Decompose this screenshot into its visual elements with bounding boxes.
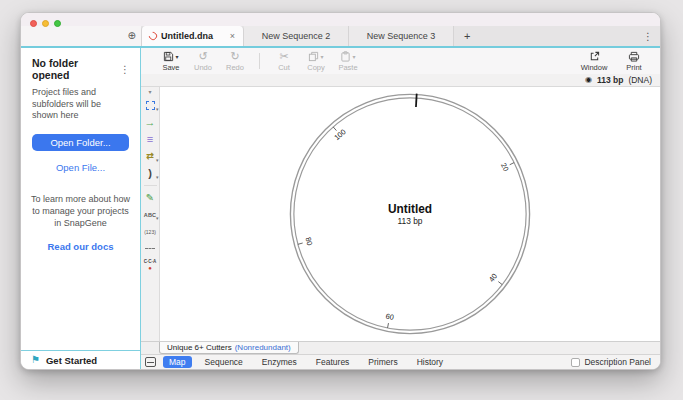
redo-button[interactable]: ↻ Redo — [219, 51, 251, 72]
enzyme-set-label: Unique 6+ Cutters — [167, 343, 232, 352]
new-window-icon — [589, 51, 600, 63]
toolbar-separator — [259, 53, 260, 69]
dna-document-icon — [147, 30, 158, 41]
add-feature-tool-button[interactable]: → — [142, 115, 159, 130]
tab-label: Untitled.dna — [161, 31, 225, 41]
primers-tool-button[interactable]: ⇄ ▾ — [142, 149, 159, 164]
numbering-tool-button[interactable]: (123) — [142, 224, 159, 239]
codon-tool-button[interactable]: C·C·A ● — [142, 258, 159, 273]
tab-untitled-dna[interactable]: Untitled.dna × — [141, 26, 244, 46]
tab-features[interactable]: Features — [310, 356, 356, 368]
globe-icon[interactable]: ⊕ — [128, 31, 136, 41]
tab-map[interactable]: Map — [163, 356, 192, 368]
abc-icon: ABC — [144, 212, 157, 218]
svg-text:113 bp: 113 bp — [397, 216, 422, 226]
description-panel-label: Description Panel — [584, 357, 651, 367]
numbering-icon: (123) — [144, 229, 156, 235]
new-tab-button[interactable]: + — [454, 26, 480, 46]
window-button[interactable]: Window — [578, 51, 610, 72]
map-options-icon[interactable]: ◉ — [585, 76, 592, 84]
plasmid-map-canvas[interactable]: 20406080100Untitled113 bp — [160, 87, 660, 341]
strip-collapse-icon[interactable]: ▾ — [148, 89, 151, 95]
sidebar-menu-icon[interactable]: ⋮ — [118, 64, 132, 75]
paste-button[interactable]: ▾ Paste — [332, 51, 364, 72]
tab-new-sequence-2[interactable]: New Sequence 2 — [244, 26, 349, 46]
svg-text:Untitled: Untitled — [388, 202, 432, 216]
zoom-window-button[interactable] — [54, 20, 61, 27]
desktop: { "colors": { "accent_teal": "#74ccdd", … — [0, 0, 683, 400]
alignment-tool-button[interactable]: ≡ — [142, 132, 159, 147]
tab-primers[interactable]: Primers — [362, 356, 403, 368]
close-tab-icon[interactable]: × — [229, 31, 236, 41]
close-window-button[interactable] — [30, 20, 37, 27]
minimize-window-button[interactable] — [42, 20, 49, 27]
tab-history[interactable]: History — [411, 356, 449, 368]
arc-icon: ) — [148, 168, 152, 179]
tab-enzymes[interactable]: Enzymes — [256, 356, 303, 368]
selection-tool-button[interactable]: ▾ — [142, 98, 159, 113]
tab-bar-left-pane: ⊕ — [21, 26, 141, 46]
copy-icon — [308, 51, 319, 62]
sequence-length: 113 bp — [597, 75, 623, 85]
description-panel-checkbox[interactable] — [571, 358, 580, 367]
sidebar-learn-text: To learn more about how to manage your p… — [30, 193, 131, 229]
paste-icon — [340, 51, 351, 62]
strip-divider — [144, 185, 157, 186]
tab-new-sequence-3[interactable]: New Sequence 3 — [349, 26, 454, 46]
save-button[interactable]: ▾ Save — [155, 51, 187, 72]
scissors-icon: ✂ — [279, 51, 288, 63]
map-tool-strip: ▾ ▾ → ≡ ⇄ ▾ ) — [141, 87, 160, 341]
printer-icon — [628, 51, 640, 63]
tab-sequence[interactable]: Sequence — [199, 356, 249, 368]
svg-text:60: 60 — [385, 312, 395, 322]
cut-button[interactable]: ✂ Cut — [268, 51, 300, 72]
print-button[interactable]: Print — [618, 51, 650, 72]
get-started-bar[interactable]: ⚑ Get Started — [21, 350, 140, 369]
projects-sidebar: No folder opened ⋮ Project files and sub… — [21, 48, 141, 369]
undo-icon: ↺ — [198, 51, 207, 63]
feature-arrow-icon: → — [145, 117, 156, 128]
read-docs-link[interactable]: Read our docs — [21, 241, 140, 252]
open-file-link[interactable]: Open File... — [21, 162, 140, 173]
flag-icon: ⚑ — [31, 355, 40, 365]
tab-overflow-menu-icon[interactable]: ⋮ — [636, 26, 660, 46]
alignment-lines-icon: ≡ — [147, 134, 153, 145]
get-started-label: Get Started — [46, 355, 97, 366]
document-tab-bar: ⊕ Untitled.dna × New Sequence 2 New Sequ… — [21, 26, 660, 46]
main-toolbar: ▾ Save ↺ Undo ↻ Redo ✂ Cut — [141, 48, 660, 74]
translation-arc-tool-button[interactable]: ) ▾ — [142, 166, 159, 181]
svg-text:80: 80 — [304, 236, 315, 246]
undo-button[interactable]: ↺ Undo — [187, 51, 219, 72]
svg-text:40: 40 — [487, 272, 499, 284]
svg-text:100: 100 — [332, 127, 347, 142]
traffic-lights — [30, 20, 61, 27]
plasmid-map[interactable]: 20406080100Untitled113 bp — [160, 87, 660, 341]
tab-label: New Sequence 2 — [262, 31, 331, 41]
text-display-tool-button[interactable]: ABC ▾ — [142, 207, 159, 222]
trna-icon: C·C·A ● — [144, 260, 157, 271]
selection-tool-icon — [146, 101, 155, 110]
titlebar[interactable] — [21, 13, 660, 26]
enzyme-set-bar: Unique 6+ Cutters (Nonredundant) — [141, 341, 660, 354]
primer-arrows-icon: ⇄ — [146, 152, 154, 161]
edit-tool-button[interactable]: ✎ — [142, 190, 159, 205]
open-folder-button[interactable]: Open Folder... — [32, 134, 129, 151]
sidebar-title: No folder opened — [32, 57, 118, 81]
dashed-line-icon — [145, 248, 155, 249]
side-panel-toggle-icon[interactable] — [145, 357, 156, 367]
svg-text:20: 20 — [499, 161, 511, 172]
save-dropdown-icon[interactable]: ▾ — [175, 54, 178, 60]
redo-icon: ↻ — [230, 51, 239, 63]
sequence-status-bar: ◉ 113 bp (DNA) — [141, 74, 660, 87]
enzyme-set-qualifier[interactable]: (Nonredundant) — [235, 343, 291, 352]
snapgene-window: ⊕ Untitled.dna × New Sequence 2 New Sequ… — [20, 12, 661, 370]
pencil-icon: ✎ — [146, 193, 154, 203]
enzyme-set-tab[interactable]: Unique 6+ Cutters (Nonredundant) — [159, 342, 299, 354]
save-icon — [163, 51, 174, 62]
tab-label: New Sequence 3 — [367, 31, 436, 41]
view-tab-bar: Map Sequence Enzymes Features Primers Hi… — [141, 354, 660, 369]
sequence-type: (DNA) — [628, 75, 652, 85]
sidebar-intro-text: Project files and subfolders will be sho… — [32, 87, 129, 122]
dashed-line-tool-button[interactable] — [142, 241, 159, 256]
copy-button[interactable]: ▾ Copy — [300, 51, 332, 72]
